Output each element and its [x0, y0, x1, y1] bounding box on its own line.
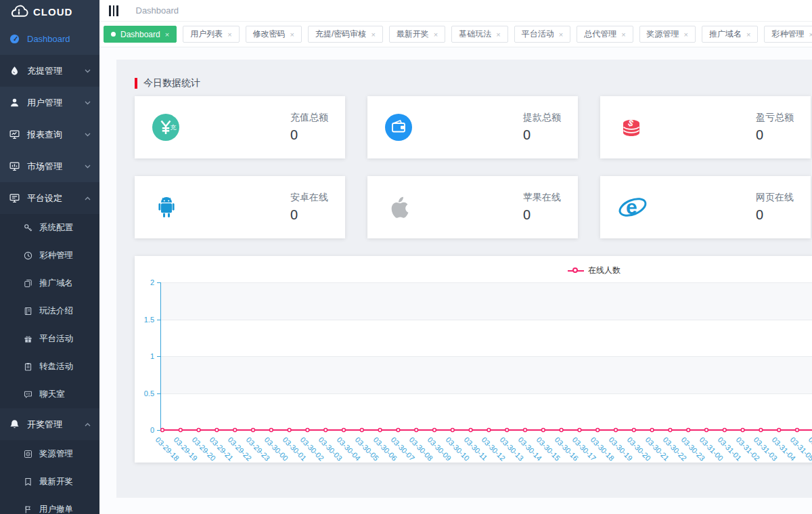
svg-text:e: e	[626, 196, 637, 218]
y-axis-label: 2	[150, 278, 154, 286]
chevron-down-icon	[85, 101, 91, 105]
copy-icon	[23, 279, 32, 288]
tab-label: 用户列表	[190, 28, 223, 40]
tab-item-6[interactable]: 总代管理×	[577, 26, 633, 43]
market-icon	[9, 161, 20, 172]
tab-item-9[interactable]: 彩种管理×	[764, 26, 812, 43]
clipboard-icon	[23, 362, 32, 372]
wallet-icon	[384, 113, 415, 142]
sidebar-item-chat-room[interactable]: 聊天室	[0, 381, 99, 408]
tab-close-icon[interactable]: ×	[621, 30, 625, 39]
tab-item-3[interactable]: 最新开奖×	[389, 26, 445, 43]
chat-icon	[23, 390, 32, 400]
content-panel: 今日数据统计 充充值总额0提款总额0$盈亏总额0安卓在线0苹果在线0e网页在线0…	[116, 60, 812, 498]
sidebar: CLOUD Dashboard充提管理用户管理报表查询市场管理平台设定系统配置彩…	[0, 0, 99, 514]
tab-close-icon[interactable]: ×	[227, 30, 231, 39]
tab-label: Dashboard	[120, 30, 160, 39]
submenu-draw-mgmt: 奖源管理最新开奖用户撤单	[0, 440, 99, 514]
sidebar-item-wheel-activity[interactable]: 转盘活动	[0, 353, 99, 381]
dashboard-icon	[9, 34, 20, 45]
clock-icon	[23, 251, 32, 261]
sidebar-item-label: 玩法介绍	[39, 305, 73, 317]
tab-close-icon[interactable]: ×	[434, 30, 438, 39]
sidebar-item-promo-domain[interactable]: 推广域名	[0, 270, 99, 297]
sidebar-item-label: 用户撤单	[39, 504, 73, 514]
section-accent-bar	[135, 78, 137, 89]
y-axis-label: 1.5	[144, 316, 154, 324]
chevron-up-icon	[85, 423, 91, 427]
chart-legend-item[interactable]: 在线人数	[568, 265, 621, 276]
tab-item-0[interactable]: 用户列表×	[183, 26, 239, 43]
stat-label: 安卓在线	[290, 192, 328, 204]
sidebar-item-report-query[interactable]: 报表查询	[0, 119, 99, 150]
active-tab-dot-icon	[111, 32, 116, 37]
stat-card: 安卓在线0	[135, 176, 345, 238]
sidebar-item-label: 聊天室	[39, 389, 65, 400]
sidebar-item-dashboard[interactable]: Dashboard	[0, 23, 99, 55]
tab-close-icon[interactable]: ×	[165, 30, 169, 39]
stat-label: 提款总额	[523, 112, 561, 124]
tab-label: 充提/密码审核	[315, 28, 366, 40]
tab-item-5[interactable]: 平台活动×	[514, 26, 570, 43]
content-area: 今日数据统计 充充值总额0提款总额0$盈亏总额0安卓在线0苹果在线0e网页在线0…	[99, 47, 812, 514]
sidebar-item-latest-draw[interactable]: 最新开奖	[0, 468, 99, 496]
sidebar-item-user-cancel-order[interactable]: 用户撤单	[0, 496, 99, 514]
sidebar-item-system-config[interactable]: 系统配置	[0, 214, 99, 242]
tab-close-icon[interactable]: ×	[746, 30, 750, 39]
sidebar-item-play-intro[interactable]: 玩法介绍	[0, 297, 99, 325]
tab-item-8[interactable]: 推广域名×	[702, 26, 758, 43]
brand-name: CLOUD	[33, 6, 72, 18]
sidebar-item-draw-mgmt[interactable]: 开奖管理	[0, 408, 99, 440]
key-icon	[23, 223, 32, 233]
tab-label: 基础玩法	[459, 28, 491, 40]
tab-item-4[interactable]: 基础玩法×	[451, 26, 508, 43]
stat-value: 0	[290, 127, 328, 143]
sidebar-item-market-mgmt[interactable]: 市场管理	[0, 150, 99, 182]
report-icon	[9, 129, 20, 140]
brand-logo: CLOUD	[0, 0, 99, 23]
tab-item-2[interactable]: 充提/密码审核×	[308, 26, 383, 43]
legend-line-marker-icon	[568, 267, 584, 274]
stat-card: 提款总额0	[367, 96, 578, 158]
sidebar-nav: Dashboard充提管理用户管理报表查询市场管理平台设定系统配置彩种管理推广域…	[0, 23, 99, 514]
submenu-platform-settings: 系统配置彩种管理推广域名玩法介绍平台活动转盘活动聊天室	[0, 214, 99, 408]
sidebar-item-label: 平台活动	[39, 333, 73, 345]
sidebar-item-platform-activity[interactable]: 平台活动	[0, 325, 99, 353]
sidebar-item-user-mgmt[interactable]: 用户管理	[0, 87, 99, 119]
tab-close-icon[interactable]: ×	[809, 30, 812, 39]
sidebar-toggle-icon[interactable]	[108, 4, 120, 18]
stat-label: 盈亏总额	[756, 112, 794, 124]
sidebar-item-prize-source-mgmt[interactable]: 奖源管理	[0, 440, 99, 468]
tab-item-1[interactable]: 修改密码×	[246, 26, 302, 43]
tab-close-icon[interactable]: ×	[559, 30, 563, 39]
disc-icon	[23, 450, 32, 459]
sidebar-item-label: 用户管理	[27, 97, 62, 109]
tab-item-7[interactable]: 奖源管理×	[639, 26, 696, 43]
bell-icon	[9, 419, 20, 430]
cloud-logo-icon	[9, 4, 29, 19]
stat-card: $盈亏总额0	[600, 96, 811, 158]
tab-close-icon[interactable]: ×	[371, 30, 375, 39]
chevron-up-icon	[85, 196, 91, 200]
stat-value: 0	[756, 207, 794, 223]
tab-close-icon[interactable]: ×	[684, 30, 688, 39]
tab-close-icon[interactable]: ×	[496, 30, 500, 39]
moneybag-icon	[9, 66, 20, 77]
tab-label: 最新开奖	[397, 28, 429, 40]
sidebar-item-label: 系统配置	[39, 222, 73, 234]
sidebar-item-lottery-mgmt[interactable]: 彩种管理	[0, 242, 99, 270]
tab-close-icon[interactable]: ×	[290, 30, 294, 39]
tab-dashboard-active[interactable]: Dashboard×	[104, 26, 177, 43]
sidebar-item-recharge-mgmt[interactable]: 充提管理	[0, 55, 99, 87]
chart-plot: 21.510.5003-29-1803-29-1903-29-2003-29-2…	[160, 282, 812, 430]
sidebar-item-label: 报表查询	[27, 129, 62, 141]
tab-label: 总代管理	[584, 28, 616, 40]
sidebar-item-platform-settings[interactable]: 平台设定	[0, 182, 99, 214]
sidebar-item-label: 市场管理	[27, 160, 62, 173]
y-axis-label: 1	[150, 352, 154, 360]
tab-label: 彩种管理	[771, 28, 804, 40]
yuan-recharge-icon: 充	[152, 113, 183, 142]
y-axis-label: 0.5	[144, 389, 154, 398]
chevron-down-icon	[85, 165, 91, 169]
stat-label: 充值总额	[290, 112, 328, 124]
